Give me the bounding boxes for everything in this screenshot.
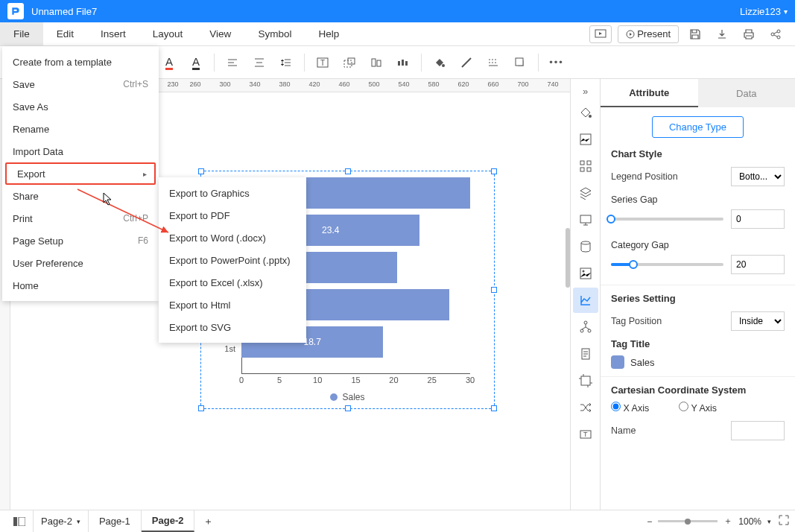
page-layout-icon[interactable] [6,510,34,532]
legend-position-select[interactable]: Botto... [731,167,785,186]
tab-data[interactable]: Data [698,79,796,107]
document-title: Unnamed File7 [31,6,740,17]
download-icon[interactable] [709,22,735,46]
fill-tool-icon[interactable] [573,100,598,125]
resize-handle[interactable] [491,168,497,174]
more-icon[interactable]: ••• [545,51,568,74]
svg-rect-33 [13,517,17,526]
menu-item[interactable]: PrintCtrl+P [2,207,159,229]
share-icon[interactable] [762,22,789,46]
page-tool-icon[interactable] [573,341,598,367]
resize-handle[interactable] [345,168,351,174]
series-gap-input[interactable] [731,209,785,229]
titlebar: Unnamed File7 Lizzie123 [0,0,795,22]
distribute-icon[interactable] [391,51,415,74]
text-box-icon[interactable]: T [311,51,335,74]
align-obj-icon[interactable] [364,51,388,74]
menu-file[interactable]: File [0,22,43,45]
save-icon[interactable] [682,22,709,46]
fullscreen-icon[interactable] [779,515,789,528]
tree-tool-icon[interactable] [573,314,598,340]
svg-point-23 [581,241,590,244]
menu-symbol[interactable]: Symbol [244,22,305,45]
menu-item[interactable]: Save As [2,95,159,118]
resize-handle[interactable] [491,405,497,411]
menu-layout[interactable]: Layout [139,22,197,45]
page-tab[interactable]: Page-1 [89,510,142,532]
tab-attribute[interactable]: Attribute [601,79,698,107]
line-spacing-icon[interactable] [274,51,298,74]
menu-item[interactable]: SaveCtrl+S [2,73,159,95]
svg-point-27 [580,329,583,332]
svg-rect-20 [580,168,584,171]
menu-item[interactable]: Page SetupF6 [2,229,159,252]
export-option[interactable]: Export to Html [159,294,306,316]
shadow-icon[interactable] [508,51,532,74]
export-option[interactable]: Export to Word (.docx) [159,227,306,249]
menu-view[interactable]: View [196,22,244,45]
svg-point-2 [771,33,774,36]
scrollbar[interactable] [566,228,570,288]
add-page-button[interactable]: ＋ [194,515,222,528]
category-gap-slider[interactable] [611,263,723,266]
menu-item[interactable]: Home [2,274,159,297]
zoom-slider[interactable] [658,520,718,522]
xaxis-radio[interactable]: X Axis [611,402,649,414]
align-h-icon[interactable] [221,51,244,74]
print-icon[interactable] [735,22,762,46]
menu-help[interactable]: Help [305,22,352,45]
resize-handle[interactable] [491,287,497,293]
picture-tool-icon[interactable] [573,261,598,286]
table-tool-icon[interactable] [573,234,598,259]
tag-position-select[interactable]: Inside [731,311,785,331]
menu-item-export[interactable]: Export▸ [5,162,156,185]
layers-tool-icon[interactable] [573,180,598,206]
zoom-in-icon[interactable]: ＋ [723,515,732,528]
fill-icon[interactable] [428,51,452,74]
user-menu[interactable]: Lizzie123 [740,6,788,17]
series-item[interactable]: Sales [611,355,785,369]
export-option[interactable]: Export to Graphics [159,182,306,204]
export-option[interactable]: Export to SVG [159,316,306,338]
export-option[interactable]: Export to Excel (.xlsx) [159,271,306,294]
zoom-out-icon[interactable]: − [647,516,652,527]
shuffle-tool-icon[interactable] [573,395,598,420]
resize-handle[interactable] [345,405,351,411]
category-gap-input[interactable] [731,255,785,274]
yaxis-radio[interactable]: Y Axis [679,402,717,414]
menu-item[interactable]: Rename [2,118,159,140]
series-gap-slider[interactable] [611,218,723,221]
export-option[interactable]: Export to PDF [159,204,306,227]
zoom-value[interactable]: 100% [738,516,761,527]
line-style-icon[interactable] [481,51,505,74]
font-color-icon[interactable]: A [157,51,181,74]
menu-insert[interactable]: Insert [87,22,139,45]
menu-item[interactable]: Create from a template [2,51,159,73]
svg-rect-30 [581,376,590,385]
section-title: Series Setting [611,293,785,304]
collapse-icon[interactable]: » [583,83,588,98]
grid-tool-icon[interactable] [573,153,598,179]
page-select[interactable]: Page-2▾ [34,510,89,532]
menu-item[interactable]: Import Data [2,140,159,162]
size-icon[interactable] [338,51,361,74]
resize-handle[interactable] [198,168,204,174]
chart-tool-icon[interactable] [573,288,598,313]
present-tool-icon[interactable] [573,207,598,232]
highlight-icon[interactable]: A [184,51,208,74]
text-tool-icon[interactable]: T [573,422,598,447]
present-button[interactable]: Present [618,25,679,43]
crop-tool-icon[interactable] [573,368,598,393]
menu-item[interactable]: User Preference [2,252,159,274]
line-icon[interactable] [454,51,478,74]
slideshow-button[interactable] [589,25,612,43]
resize-handle[interactable] [198,405,204,411]
align-v-icon[interactable] [247,51,271,74]
image-tool-icon[interactable] [573,127,598,152]
menu-item[interactable]: Share [2,185,159,207]
change-type-button[interactable]: Change Type [652,116,744,138]
page-tab[interactable]: Page-2 [142,510,195,532]
menu-edit[interactable]: Edit [43,22,87,45]
export-option[interactable]: Export to PowerPoint (.pptx) [159,249,306,271]
axis-name-input[interactable] [731,421,785,440]
